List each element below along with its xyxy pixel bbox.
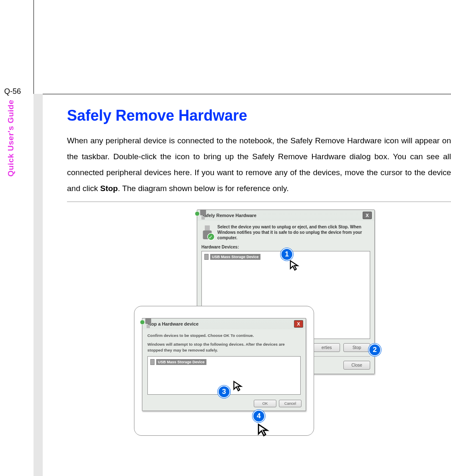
dialog1-titlebar: Safely Remove Hardware X (197, 210, 374, 221)
para-text-2: . The diagram shown below is for referen… (118, 184, 289, 193)
diagram: Safely Remove Hardware X ✓ Select the de… (134, 210, 385, 444)
usb-small-icon (150, 359, 155, 365)
dialog2-line1: Confirm devices to be stopped. Choose OK… (147, 333, 301, 338)
body-paragraph: When any peripheral device is connected … (67, 133, 451, 197)
close-icon[interactable]: X (363, 212, 372, 219)
stop-button[interactable]: Stop (343, 343, 370, 352)
step-badge-3: 3 (218, 385, 230, 398)
usb-info-icon: ✓ (201, 224, 213, 238)
stop-word: Stop (100, 184, 118, 193)
cancel-button[interactable]: Cancel (279, 400, 302, 407)
horizontal-rule (67, 202, 451, 202)
dialog1-instruction: Select the device you want to unplug or … (217, 224, 370, 241)
properties-button[interactable]: erties (313, 343, 340, 352)
cursor-icon (289, 260, 301, 272)
dialog1-title: Safely Remove Hardware (201, 213, 256, 218)
page-number: Q-56 (4, 87, 21, 96)
usb-small-icon (204, 254, 209, 260)
dialog2-titlebar: Stop a Hardware device X (142, 318, 306, 329)
step-badge-4: 4 (253, 410, 265, 422)
dialog2-line2: Windows will attempt to stop the followi… (147, 341, 301, 353)
close-button[interactable]: Close (343, 361, 370, 370)
dialog2-title: Stop a Hardware device (147, 321, 198, 326)
step-badge-1: 1 (281, 248, 293, 261)
sidebar-tab: Quick User's Guide (6, 100, 15, 177)
cursor-icon (232, 380, 244, 392)
page-title: Safely Remove Hardware (67, 107, 451, 124)
list-item[interactable]: USB Mass Storage Device (204, 254, 260, 260)
top-rule (34, 94, 451, 94)
step-badge-2: 2 (369, 344, 381, 356)
stop-dialog-frame: Stop a Hardware device X Confirm devices… (134, 306, 314, 436)
ok-button[interactable]: OK (254, 400, 276, 407)
cursor-icon (257, 423, 271, 437)
grey-strip (34, 94, 43, 476)
content-area: Safely Remove Hardware When any peripher… (67, 107, 451, 202)
device-label: USB Mass Storage Device (156, 359, 206, 365)
device-label: USB Mass Storage Device (210, 254, 260, 260)
close-icon[interactable]: X (294, 320, 303, 328)
list-item[interactable]: USB Mass Storage Device (150, 359, 206, 365)
